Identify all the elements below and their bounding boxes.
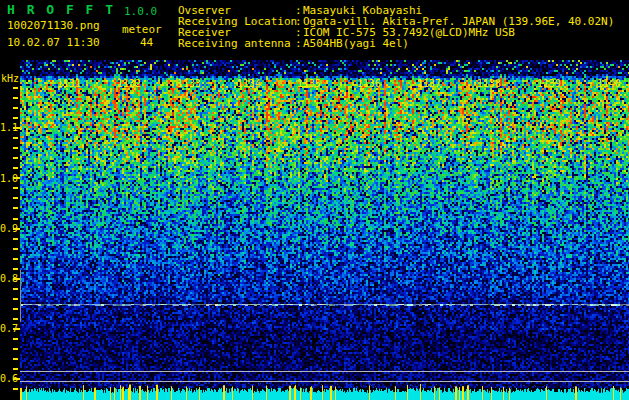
- freq-tick-label: 0.9: [0, 224, 18, 234]
- freq-minor-tick: [13, 358, 18, 360]
- freq-minor-tick: [13, 338, 18, 340]
- info-label: Receiving antenna: [178, 38, 295, 49]
- freq-minor-tick: [13, 97, 18, 99]
- time-tick-label: 1137: [417, 79, 441, 89]
- app-version: 1.0.0: [124, 6, 157, 17]
- freq-minor-tick: [13, 238, 18, 240]
- freq-minor-tick: [13, 187, 18, 189]
- freq-minor-tick: [13, 248, 18, 250]
- time-tick-label: 1131: [57, 79, 81, 89]
- datetime-label: 10.02.07 11:30: [7, 37, 100, 48]
- freq-minor-tick: [13, 348, 18, 350]
- time-tick-label: 1135: [297, 79, 321, 89]
- time-tick-label: 1139: [537, 79, 561, 89]
- freq-minor-tick: [13, 288, 18, 290]
- freq-minor-tick: [13, 197, 18, 199]
- freq-tick-label: 1.0: [0, 174, 18, 184]
- info-row-antenna: Receiving antenna:A504HB(yagi 4el): [178, 38, 409, 49]
- time-tick-label: 1133: [177, 79, 201, 89]
- mode-label: meteor: [122, 24, 162, 35]
- freq-minor-tick: [13, 218, 18, 220]
- freq-minor-tick: [13, 87, 18, 89]
- freq-minor-tick: [13, 137, 18, 139]
- output-filename: 1002071130.png: [7, 20, 100, 31]
- freq-minor-tick: [13, 117, 18, 119]
- freq-minor-tick: [13, 268, 18, 270]
- time-tick-label: 1134: [237, 79, 261, 89]
- freq-minor-tick: [13, 388, 18, 390]
- freq-minor-tick: [13, 207, 18, 209]
- freq-minor-tick: [13, 167, 18, 169]
- freq-minor-tick: [13, 368, 18, 370]
- freq-minor-tick: [13, 107, 18, 109]
- freq-minor-tick: [13, 308, 18, 310]
- freq-tick-label: 0.8: [0, 274, 18, 284]
- freq-tick-label: 0.6: [0, 374, 18, 384]
- freq-minor-tick: [13, 258, 18, 260]
- freq-minor-tick: [13, 147, 18, 149]
- frequency-axis-unit: kHz: [1, 74, 19, 84]
- info-colon: :: [295, 38, 303, 49]
- time-tick-label: 1138: [477, 79, 501, 89]
- spectrogram-canvas: [20, 60, 629, 400]
- app-title: H R O F F T: [7, 4, 115, 15]
- freq-minor-tick: [13, 298, 18, 300]
- time-tick-label: 1140: [597, 79, 621, 89]
- freq-tick-label: 1.1: [0, 123, 18, 133]
- freq-tick-label: 0.7: [0, 324, 18, 334]
- info-value: A504HB(yagi 4el): [303, 38, 409, 49]
- freq-minor-tick: [13, 157, 18, 159]
- time-tick-label: 1136: [357, 79, 381, 89]
- time-tick-label: 1132: [117, 79, 141, 89]
- meteor-count: 44: [140, 37, 153, 48]
- hrofft-window: H R O F F T 1.0.0 1002071130.png meteor …: [0, 0, 629, 400]
- freq-minor-tick: [13, 318, 18, 320]
